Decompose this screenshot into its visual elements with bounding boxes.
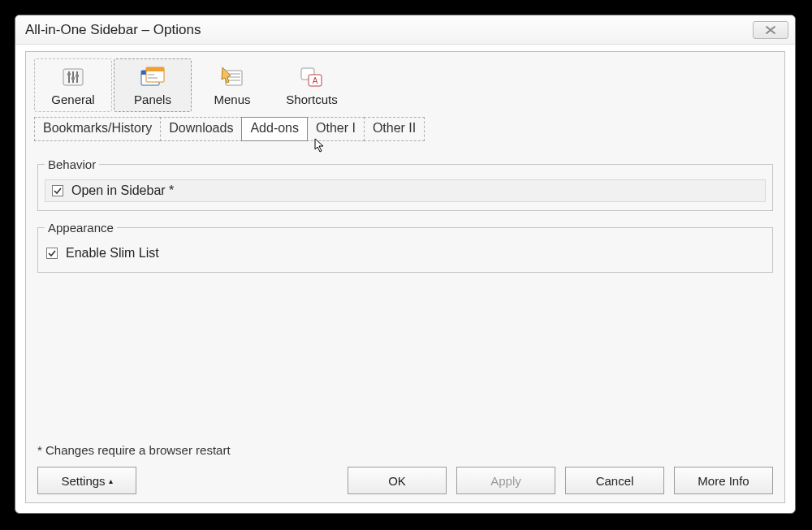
title-bar: All-in-One Sidebar – Options: [15, 15, 795, 45]
behavior-group: Behavior Open in Sidebar *: [37, 157, 773, 211]
panel-tabs: Bookmarks/History Downloads Add-ons Othe…: [34, 117, 776, 141]
enable-slim-list-row: Enable Slim List: [45, 243, 766, 264]
svg-rect-16: [227, 80, 240, 81]
category-toolbar: General Panels: [34, 57, 776, 115]
caret-up-icon: ▴: [109, 476, 113, 485]
svg-rect-4: [67, 73, 71, 75]
svg-rect-5: [71, 77, 75, 80]
settings-button[interactable]: Settings ▴: [37, 467, 136, 494]
tab-downloads[interactable]: Downloads: [160, 117, 242, 141]
close-button[interactable]: [753, 21, 788, 39]
category-panels[interactable]: Panels: [114, 58, 192, 112]
cancel-button[interactable]: Cancel: [565, 467, 664, 494]
svg-rect-12: [148, 77, 158, 79]
dialog-body: General Panels: [25, 51, 785, 503]
category-label: General: [51, 93, 94, 106]
options-window: All-in-One Sidebar – Options: [15, 15, 796, 514]
tab-content: Behavior Open in Sidebar * Appearance En…: [34, 148, 776, 494]
category-label: Shortcuts: [286, 93, 337, 106]
restart-footnote: * Changes require a browser restart: [34, 438, 776, 459]
menus-icon: [218, 65, 246, 89]
svg-rect-10: [146, 67, 164, 71]
enable-slim-list-checkbox[interactable]: [46, 248, 58, 259]
tab-add-ons[interactable]: Add-ons: [241, 117, 308, 141]
panels-icon: [139, 65, 166, 89]
open-in-sidebar-row: Open in Sidebar *: [45, 179, 766, 202]
appearance-group: Appearance Enable Slim List: [37, 221, 773, 273]
apply-button[interactable]: Apply: [456, 467, 555, 494]
cancel-button-label: Cancel: [596, 474, 634, 488]
close-icon: [764, 25, 777, 35]
enable-slim-list-label: Enable Slim List: [66, 246, 159, 261]
appearance-legend: Appearance: [45, 221, 117, 235]
shortcuts-icon: A: [298, 65, 326, 89]
category-shortcuts[interactable]: A Shortcuts: [273, 58, 351, 112]
svg-rect-6: [76, 75, 79, 77]
open-in-sidebar-label: Open in Sidebar *: [71, 183, 174, 198]
more-info-button[interactable]: More Info: [674, 467, 773, 494]
apply-button-label: Apply: [490, 474, 521, 488]
category-label: Menus: [214, 93, 250, 106]
category-label: Panels: [134, 93, 171, 106]
open-in-sidebar-checkbox[interactable]: [52, 185, 63, 196]
behavior-legend: Behavior: [45, 157, 99, 171]
category-general[interactable]: General: [34, 58, 112, 112]
ok-button-label: OK: [388, 474, 406, 488]
more-info-button-label: More Info: [698, 474, 749, 488]
spacer: [34, 273, 776, 438]
tab-other-1[interactable]: Other I: [307, 117, 365, 141]
settings-button-label: Settings: [61, 474, 105, 488]
svg-rect-11: [148, 74, 154, 75]
window-title: All-in-One Sidebar – Options: [25, 22, 753, 38]
tab-bookmarks-history[interactable]: Bookmarks/History: [34, 117, 161, 141]
svg-text:A: A: [313, 76, 318, 85]
slider-icon: [59, 65, 87, 89]
dialog-buttons: Settings ▴ OK Apply Cancel More Info: [34, 467, 776, 494]
tab-other-2[interactable]: Other II: [364, 117, 425, 141]
category-menus[interactable]: Menus: [193, 58, 271, 112]
ok-button[interactable]: OK: [348, 467, 447, 494]
